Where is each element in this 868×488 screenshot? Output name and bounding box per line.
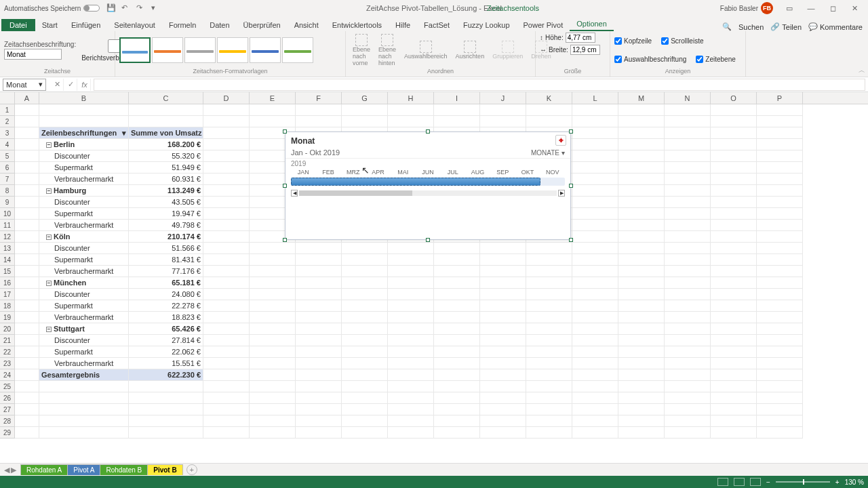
cell[interactable] bbox=[618, 197, 665, 208]
col-header[interactable]: F bbox=[296, 92, 342, 104]
cell[interactable] bbox=[572, 243, 618, 254]
cell[interactable] bbox=[480, 392, 526, 404]
cell[interactable] bbox=[250, 358, 296, 369]
cell[interactable] bbox=[296, 104, 342, 116]
clear-filter-icon[interactable]: ⌖ bbox=[555, 135, 566, 146]
cell[interactable] bbox=[250, 300, 296, 312]
cell[interactable] bbox=[203, 323, 250, 335]
cell[interactable] bbox=[434, 427, 480, 439]
cell[interactable] bbox=[572, 104, 618, 116]
cell[interactable] bbox=[296, 254, 342, 266]
cell[interactable]: Gesamtergebnis bbox=[39, 369, 129, 381]
cell[interactable] bbox=[618, 220, 665, 231]
cell[interactable]: Supermarkt bbox=[39, 300, 129, 312]
cell[interactable] bbox=[15, 277, 39, 289]
cell[interactable] bbox=[757, 150, 803, 162]
cell[interactable] bbox=[15, 162, 39, 174]
cell[interactable] bbox=[203, 289, 250, 300]
tab-formeln[interactable]: Formeln bbox=[162, 19, 203, 31]
cell[interactable] bbox=[665, 289, 711, 300]
cell[interactable] bbox=[203, 150, 250, 162]
cell[interactable]: 65.181 € bbox=[129, 277, 203, 289]
cell[interactable] bbox=[480, 243, 526, 254]
cell[interactable] bbox=[15, 415, 39, 427]
cell[interactable] bbox=[15, 243, 39, 254]
cell[interactable] bbox=[665, 197, 711, 208]
col-header[interactable]: E bbox=[250, 92, 296, 104]
cell[interactable]: Supermarkt bbox=[39, 208, 129, 220]
cell[interactable] bbox=[480, 312, 526, 323]
chk-scrollleiste[interactable]: Scrollleiste bbox=[661, 37, 703, 45]
cell[interactable] bbox=[572, 231, 618, 243]
sheet-tab[interactable]: Rohdaten B bbox=[100, 464, 148, 475]
row-header[interactable]: 2 bbox=[0, 116, 15, 127]
cell[interactable] bbox=[480, 289, 526, 300]
row-header[interactable]: 23 bbox=[0, 358, 15, 369]
tab-ueberpruefen[interactable]: Überprüfen bbox=[237, 19, 288, 31]
cell[interactable] bbox=[15, 346, 39, 358]
cell[interactable] bbox=[665, 127, 711, 139]
cell[interactable] bbox=[572, 116, 618, 127]
cell[interactable] bbox=[250, 266, 296, 277]
cell[interactable] bbox=[434, 289, 480, 300]
cell[interactable] bbox=[250, 323, 296, 335]
cell[interactable] bbox=[480, 415, 526, 427]
cell[interactable] bbox=[434, 392, 480, 404]
cell[interactable] bbox=[342, 335, 388, 346]
cell[interactable] bbox=[342, 346, 388, 358]
cell[interactable] bbox=[342, 369, 388, 381]
cell[interactable] bbox=[15, 208, 39, 220]
cell[interactable] bbox=[711, 116, 757, 127]
cell[interactable] bbox=[388, 104, 434, 116]
cell[interactable] bbox=[434, 415, 480, 427]
sheet-tab-active[interactable]: Pivot B bbox=[147, 464, 182, 475]
cell[interactable] bbox=[665, 415, 711, 427]
cell[interactable] bbox=[434, 369, 480, 381]
cell[interactable] bbox=[434, 243, 480, 254]
cell[interactable] bbox=[711, 358, 757, 369]
cell[interactable] bbox=[480, 104, 526, 116]
align-button[interactable]: Ausrichten bbox=[453, 41, 488, 60]
cell[interactable]: 49.798 € bbox=[129, 220, 203, 231]
cell[interactable] bbox=[572, 277, 618, 289]
cell[interactable] bbox=[388, 266, 434, 277]
cell[interactable] bbox=[665, 277, 711, 289]
cell[interactable] bbox=[572, 369, 618, 381]
cell[interactable] bbox=[618, 369, 665, 381]
cell[interactable] bbox=[342, 381, 388, 392]
cell[interactable] bbox=[296, 427, 342, 439]
cell[interactable] bbox=[618, 427, 665, 439]
row-header[interactable]: 21 bbox=[0, 335, 15, 346]
cell[interactable] bbox=[15, 335, 39, 346]
cell[interactable] bbox=[665, 404, 711, 415]
cell[interactable] bbox=[296, 358, 342, 369]
cell[interactable] bbox=[434, 312, 480, 323]
cell[interactable]: −Köln bbox=[39, 231, 129, 243]
cell[interactable] bbox=[618, 162, 665, 174]
cell[interactable] bbox=[665, 300, 711, 312]
cell[interactable] bbox=[15, 174, 39, 185]
cell[interactable] bbox=[129, 392, 203, 404]
cell[interactable] bbox=[15, 358, 39, 369]
tab-entwicklertools[interactable]: Entwicklertools bbox=[326, 19, 389, 31]
cell[interactable] bbox=[572, 150, 618, 162]
style-gray[interactable] bbox=[184, 37, 216, 63]
cell[interactable] bbox=[618, 139, 665, 150]
cell[interactable] bbox=[618, 415, 665, 427]
cell[interactable] bbox=[250, 335, 296, 346]
cell[interactable] bbox=[711, 197, 757, 208]
scroll-left-icon[interactable]: ◀ bbox=[291, 190, 298, 197]
cell[interactable] bbox=[572, 220, 618, 231]
height-input[interactable] bbox=[566, 33, 595, 43]
cell[interactable] bbox=[572, 358, 618, 369]
cell[interactable] bbox=[572, 174, 618, 185]
fx-icon[interactable]: fx bbox=[79, 79, 91, 91]
cell[interactable] bbox=[618, 266, 665, 277]
cell[interactable] bbox=[250, 369, 296, 381]
cell[interactable] bbox=[480, 346, 526, 358]
cell[interactable] bbox=[15, 254, 39, 266]
search-label[interactable]: Suchen bbox=[738, 23, 764, 31]
cell[interactable] bbox=[572, 335, 618, 346]
cell[interactable] bbox=[203, 312, 250, 323]
sheet-nav-next-icon[interactable]: ▶ bbox=[11, 466, 16, 474]
